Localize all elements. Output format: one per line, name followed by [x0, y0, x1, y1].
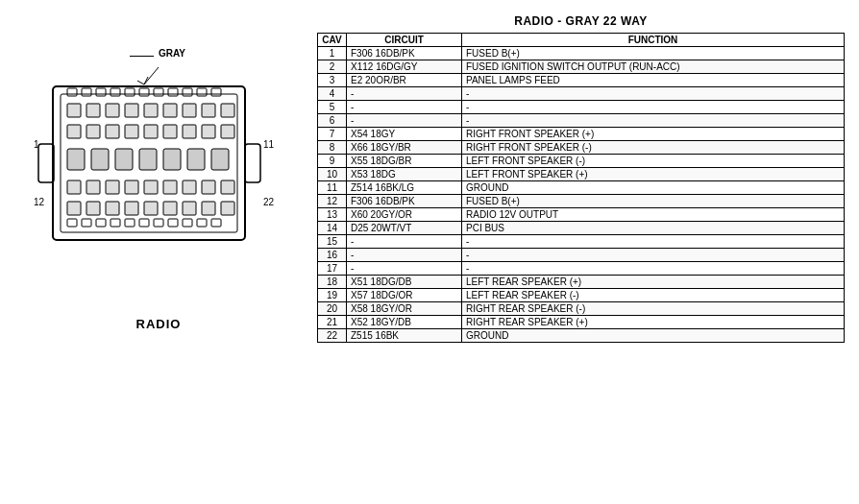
- svg-rect-29: [144, 125, 158, 138]
- svg-rect-65: [154, 219, 163, 227]
- cell-function: LEFT REAR SPEAKER (-): [462, 289, 845, 302]
- cell-circuit: D25 20WT/VT: [347, 222, 462, 235]
- svg-rect-41: [67, 180, 81, 194]
- right-panel: RADIO - GRAY 22 WAY CAV CIRCUIT FUNCTION…: [307, 10, 849, 494]
- svg-rect-36: [115, 149, 133, 170]
- table-row: 13X60 20GY/ORRADIO 12V OUTPUT: [318, 208, 845, 222]
- table-row: 12F306 16DB/PKFUSED B(+): [318, 195, 845, 208]
- svg-rect-55: [163, 202, 177, 215]
- cell-cav: 13: [318, 208, 347, 222]
- svg-rect-61: [96, 219, 106, 227]
- cell-circuit: X58 18GY/OR: [347, 302, 462, 316]
- cell-cav: 3: [318, 74, 347, 87]
- cell-cav: 14: [318, 222, 347, 235]
- table-row: 14D25 20WT/VTPCI BUS: [318, 222, 845, 235]
- wiring-table: CAV CIRCUIT FUNCTION 1F306 16DB/PKFUSED …: [317, 33, 845, 343]
- svg-rect-40: [211, 149, 229, 170]
- label-1: 1: [34, 139, 39, 150]
- cell-function: PCI BUS: [462, 222, 845, 235]
- svg-rect-58: [221, 202, 234, 215]
- table-row: 1F306 16DB/PKFUSED B(+): [318, 47, 845, 60]
- svg-rect-46: [163, 180, 177, 194]
- svg-rect-68: [197, 219, 207, 227]
- cell-cav: 11: [318, 181, 347, 195]
- col-header-function: FUNCTION: [462, 34, 845, 47]
- cell-cav: 2: [318, 60, 347, 74]
- svg-rect-9: [125, 88, 135, 96]
- col-header-cav: CAV: [318, 34, 347, 47]
- svg-rect-43: [106, 180, 119, 194]
- cell-circuit: -: [347, 262, 462, 276]
- cell-function: RIGHT REAR SPEAKER (+): [462, 316, 845, 329]
- cell-circuit: X54 18GY: [347, 128, 462, 141]
- svg-rect-39: [187, 149, 205, 170]
- cell-circuit: X66 18GY/BR: [347, 141, 462, 155]
- svg-rect-69: [211, 219, 221, 227]
- svg-rect-38: [163, 149, 181, 170]
- cell-function: -: [462, 262, 845, 276]
- svg-rect-19: [125, 104, 138, 117]
- radio-label: RADIO: [136, 317, 182, 331]
- cell-circuit: E2 20OR/BR: [347, 74, 462, 87]
- svg-rect-28: [125, 125, 138, 138]
- table-row: 7X54 18GYRIGHT FRONT SPEAKER (+): [318, 128, 845, 141]
- cell-function: FUSED B(+): [462, 195, 845, 208]
- cell-circuit: X55 18DG/BR: [347, 155, 462, 168]
- cell-function: -: [462, 114, 845, 128]
- svg-rect-67: [183, 219, 192, 227]
- cell-function: FUSED B(+): [462, 47, 845, 60]
- svg-rect-25: [67, 125, 81, 138]
- cell-function: -: [462, 235, 845, 249]
- cell-function: LEFT FRONT SPEAKER (+): [462, 168, 845, 181]
- svg-rect-23: [202, 104, 215, 117]
- cell-cav: 9: [318, 155, 347, 168]
- svg-rect-53: [125, 202, 138, 215]
- svg-rect-42: [86, 180, 100, 194]
- gray-label: GRAY: [159, 48, 185, 59]
- cell-cav: 15: [318, 235, 347, 249]
- table-row: 16--: [318, 249, 845, 262]
- cell-function: GROUND: [462, 329, 845, 343]
- cell-circuit: -: [347, 101, 462, 114]
- table-row: 5--: [318, 101, 845, 114]
- table-row: 10X53 18DGLEFT FRONT SPEAKER (+): [318, 168, 845, 181]
- svg-rect-32: [202, 125, 215, 138]
- cell-function: RADIO 12V OUTPUT: [462, 208, 845, 222]
- svg-rect-60: [82, 219, 91, 227]
- cell-circuit: X53 18DG: [347, 168, 462, 181]
- svg-rect-56: [183, 202, 196, 215]
- svg-rect-11: [154, 88, 163, 96]
- cell-circuit: Z514 16BK/LG: [347, 181, 462, 195]
- cell-cav: 21: [318, 316, 347, 329]
- svg-line-1: [137, 81, 144, 84]
- svg-rect-14: [197, 88, 207, 96]
- svg-rect-20: [144, 104, 158, 117]
- svg-rect-22: [183, 104, 196, 117]
- table-row: 11Z514 16BK/LGGROUND: [318, 181, 845, 195]
- cell-function: PANEL LAMPS FEED: [462, 74, 845, 87]
- svg-rect-66: [168, 219, 178, 227]
- cell-circuit: X51 18DG/DB: [347, 276, 462, 289]
- cell-cav: 12: [318, 195, 347, 208]
- cell-circuit: X60 20GY/OR: [347, 208, 462, 222]
- cell-function: -: [462, 249, 845, 262]
- label-11: 11: [263, 139, 274, 150]
- svg-rect-21: [163, 104, 177, 117]
- table-row: 4--: [318, 87, 845, 101]
- svg-rect-24: [221, 104, 234, 117]
- table-row: 17--: [318, 262, 845, 276]
- cell-function: -: [462, 101, 845, 114]
- cell-cav: 16: [318, 249, 347, 262]
- table-row: 8X66 18GY/BRRIGHT FRONT SPEAKER (-): [318, 141, 845, 155]
- cell-function: RIGHT REAR SPEAKER (-): [462, 302, 845, 316]
- svg-rect-6: [82, 88, 91, 96]
- svg-rect-5: [67, 88, 77, 96]
- cell-cav: 17: [318, 262, 347, 276]
- cell-function: RIGHT FRONT SPEAKER (+): [462, 128, 845, 141]
- svg-rect-37: [139, 149, 157, 170]
- cell-circuit: F306 16DB/PK: [347, 47, 462, 60]
- svg-rect-59: [67, 219, 77, 227]
- svg-rect-16: [67, 104, 81, 117]
- left-panel: GRAY 1 11 12 22: [10, 10, 307, 494]
- svg-rect-57: [202, 202, 215, 215]
